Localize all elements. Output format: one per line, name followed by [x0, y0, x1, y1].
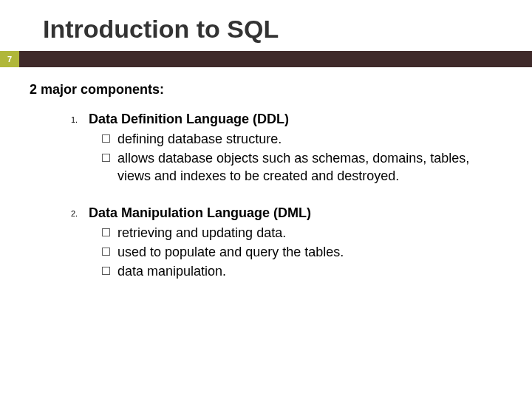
item-number: 2. — [71, 208, 81, 219]
sub-text: used to populate and query the tables. — [117, 243, 502, 261]
main-list: 1. Data Definition Language (DDL) defini… — [71, 110, 502, 282]
item-title: Data Definition Language (DDL) — [89, 112, 289, 126]
subheading: 2 major components: — [30, 81, 502, 98]
sub-item: data manipulation. — [102, 262, 502, 280]
title-stripe: 7 — [0, 51, 532, 67]
sub-list: defining database structure. allows data… — [102, 130, 502, 185]
sub-list: retrieving and updating data. used to po… — [102, 224, 502, 281]
list-item: 2. Data Manipulation Language (DML) retr… — [71, 204, 502, 282]
square-bullet-icon — [102, 154, 110, 162]
item-number: 1. — [71, 115, 81, 126]
square-bullet-icon — [102, 134, 110, 143]
sub-text: data manipulation. — [117, 262, 502, 280]
sub-item: allows database objects such as schemas,… — [102, 149, 502, 185]
square-bullet-icon — [102, 267, 110, 275]
slide-body: 2 major components: 1. Data Definition L… — [0, 67, 532, 282]
item-title: Data Manipulation Language (DML) — [89, 205, 311, 220]
sub-item: defining database structure. — [102, 130, 502, 148]
slide-title: Introduction to SQL — [0, 0, 532, 51]
square-bullet-icon — [102, 248, 110, 256]
square-bullet-icon — [102, 228, 110, 236]
sub-text: defining database structure. — [117, 130, 502, 148]
slide: Introduction to SQL 7 2 major components… — [0, 0, 532, 399]
sub-text: allows database objects such as schemas,… — [117, 149, 502, 185]
sub-item: retrieving and updating data. — [102, 224, 502, 242]
page-number: 7 — [0, 51, 19, 67]
list-item: 1. Data Definition Language (DDL) defini… — [71, 110, 502, 186]
sub-text: retrieving and updating data. — [117, 224, 502, 242]
sub-item: used to populate and query the tables. — [102, 243, 502, 261]
